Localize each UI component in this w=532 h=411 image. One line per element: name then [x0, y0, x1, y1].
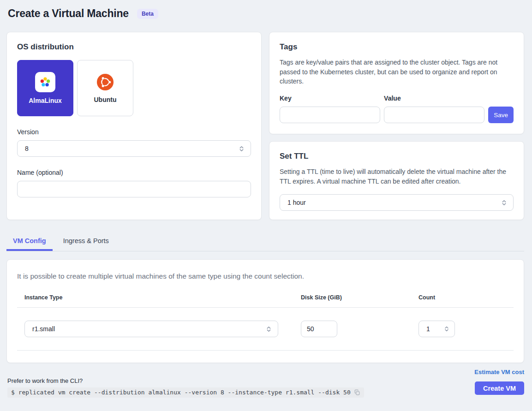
right-column: Tags Tags are key/value pairs that are a…	[269, 32, 524, 220]
almalinux-logo-icon	[35, 72, 55, 92]
distro-label-almalinux: AlmaLinux	[29, 97, 62, 104]
name-label: Name (optional)	[17, 169, 251, 176]
instance-type-select[interactable]: r1.small	[24, 321, 278, 337]
tag-key-input[interactable]	[280, 107, 380, 123]
cli-prompt: Prefer to work from the CLI?	[7, 377, 364, 384]
set-ttl-card: Set TTL Setting a TTL (time to live) wil…	[269, 141, 524, 220]
page-title: Create a Virtual Machine	[8, 7, 129, 20]
vm-config-note: It is possible to create multiple virtua…	[17, 272, 514, 280]
instance-type-value: r1.small	[32, 325, 55, 333]
create-vm-button[interactable]: Create VM	[475, 381, 524, 395]
version-select-value: 8	[25, 145, 29, 152]
col-count: Count	[418, 294, 514, 301]
chevron-updown-icon	[238, 145, 245, 152]
os-card-title: OS distribution	[17, 42, 251, 52]
distro-label-ubuntu: Ubuntu	[94, 96, 117, 103]
chevron-updown-icon	[501, 199, 508, 206]
col-instance-type: Instance Type	[24, 294, 301, 301]
distro-tile-almalinux[interactable]: AlmaLinux	[17, 60, 73, 116]
os-distribution-card: OS distribution AlmaLinux	[6, 32, 262, 220]
page-header: Create a Virtual Machine Beta	[6, 6, 524, 20]
tag-key-value-row: Key Value Save	[280, 95, 514, 123]
cli-command-text: $ replicated vm create --distribution al…	[11, 389, 351, 396]
top-section: OS distribution AlmaLinux	[6, 32, 524, 220]
vm-table: Instance Type Disk Size (GiB) Count r1.s…	[17, 294, 514, 351]
tag-key-label: Key	[280, 95, 380, 102]
vm-table-header: Instance Type Disk Size (GiB) Count	[17, 294, 514, 308]
cli-block: Prefer to work from the CLI? $ replicate…	[7, 377, 364, 398]
footer-actions: Estimate VM cost Create VM	[474, 369, 524, 398]
ubuntu-logo-icon	[96, 73, 114, 91]
ttl-description: Setting a TTL (time to live) will automa…	[280, 167, 514, 186]
config-tabs: VM Config Ingress & Ports	[6, 232, 524, 251]
distribution-tiles: AlmaLinux	[17, 60, 251, 116]
count-stepper[interactable]: 1	[418, 321, 455, 337]
ttl-card-title: Set TTL	[280, 152, 514, 161]
tag-value-input[interactable]	[384, 107, 484, 123]
tags-card-title: Tags	[280, 42, 514, 52]
tab-vm-config[interactable]: VM Config	[6, 232, 53, 251]
tags-card: Tags Tags are key/value pairs that are a…	[269, 32, 524, 134]
ttl-select[interactable]: 1 hour	[280, 194, 514, 211]
vm-config-card: It is possible to create multiple virtua…	[6, 259, 524, 363]
tab-ingress-ports[interactable]: Ingress & Ports	[57, 232, 115, 251]
tags-description: Tags are key/value pairs that are assign…	[280, 58, 514, 86]
estimate-vm-cost-link[interactable]: Estimate VM cost	[474, 369, 524, 375]
col-disk-size: Disk Size (GiB)	[301, 294, 418, 301]
save-tag-button[interactable]: Save	[488, 107, 514, 123]
distro-tile-ubuntu[interactable]: Ubuntu	[77, 60, 133, 116]
tag-key-field: Key	[280, 95, 380, 123]
ttl-select-value: 1 hour	[287, 199, 306, 206]
copy-icon[interactable]	[354, 389, 360, 396]
beta-badge: Beta	[137, 9, 158, 19]
page-footer: Prefer to work from the CLI? $ replicate…	[6, 369, 524, 398]
count-value: 1	[426, 325, 430, 333]
version-label: Version	[17, 128, 251, 136]
version-select[interactable]: 8	[17, 140, 251, 157]
table-row: r1.small 1	[17, 308, 514, 351]
chevron-updown-icon	[443, 326, 450, 332]
cli-command: $ replicated vm create --distribution al…	[7, 387, 364, 398]
tag-value-label: Value	[384, 95, 484, 102]
tag-value-field: Value	[384, 95, 484, 123]
chevron-updown-icon	[265, 326, 272, 333]
name-input[interactable]	[17, 181, 251, 197]
create-vm-page: Create a Virtual Machine Beta OS distrib…	[0, 0, 532, 411]
disk-size-input[interactable]	[301, 321, 337, 337]
